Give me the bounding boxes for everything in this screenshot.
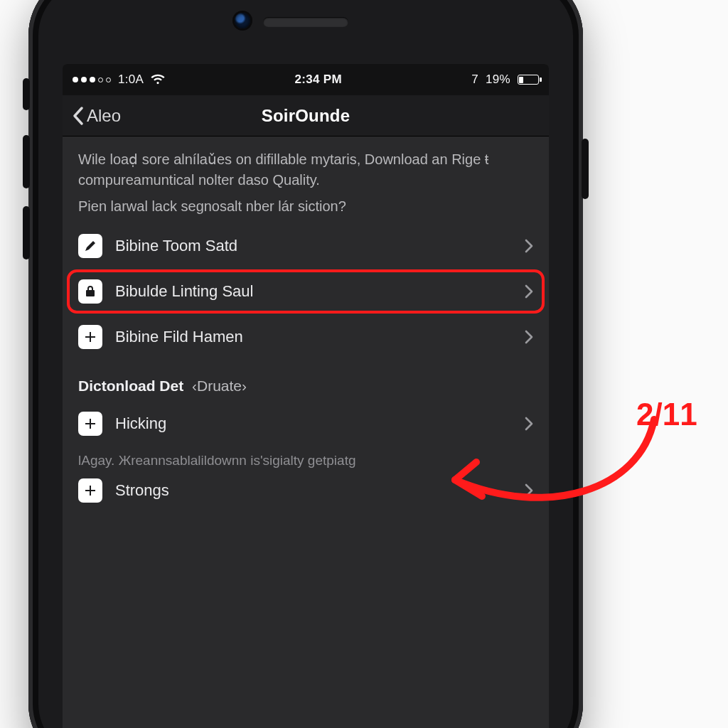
lock-icon (78, 279, 102, 304)
list-item[interactable]: Bibine Fild Hamen (63, 315, 549, 359)
power-button (582, 139, 589, 199)
speaker-grill (263, 17, 348, 27)
clock: 2:34 PM (295, 73, 342, 87)
section-subtitle: ‹Druate› (192, 378, 247, 394)
battery-icon (518, 75, 539, 85)
chevron-left-icon (73, 107, 84, 125)
section-header: Dictonload Det ‹Druate› (63, 359, 549, 402)
phone-frame: 1:0A 2:34 PM 7 19% Aleo (28, 0, 583, 728)
chevron-right-icon (525, 330, 533, 344)
intro-line-1: Wile loaḍ sore alnílaǔes on difillable m… (78, 149, 533, 191)
volume-down-btn (23, 206, 30, 259)
battery-percent: 19% (486, 73, 510, 87)
back-button[interactable]: Aleo (68, 95, 125, 136)
plus-icon (78, 412, 102, 436)
section-title-text: Dictonload Det (78, 378, 183, 394)
list-item[interactable]: Bibine Toom Satd (63, 224, 549, 268)
intro-line-2: Pien larwal lack segnosalt nber lár sict… (78, 196, 533, 217)
annotation-arrow-icon (427, 412, 661, 533)
mute-switch (23, 78, 30, 110)
chevron-right-icon (525, 284, 533, 299)
battery-prefix: 7 (471, 73, 478, 87)
plus-icon (78, 325, 102, 349)
chevron-right-icon (525, 239, 533, 253)
carrier-label: 1:0A (118, 73, 144, 87)
status-bar: 1:0A 2:34 PM 7 19% (63, 64, 549, 95)
front-camera (235, 13, 250, 28)
intro-text: Wile loaḍ sore alnílaǔes on difillable m… (63, 149, 549, 224)
signal-dots-icon (73, 77, 111, 82)
list-item-label: Bibine Toom Satd (115, 237, 512, 255)
nav-bar: Aleo SoirOunde (63, 95, 549, 136)
list-item-label: Bibulde Linting Saul (115, 282, 512, 301)
plus-icon (78, 478, 102, 503)
pencil-icon (78, 234, 102, 258)
page-title: SoirOunde (262, 106, 350, 126)
back-label: Aleo (87, 106, 121, 126)
list-item[interactable]: Bibulde Linting Saul (67, 269, 545, 314)
list-item-label: Bibine Fild Hamen (115, 328, 512, 346)
wifi-icon (151, 74, 165, 85)
volume-up-btn (23, 135, 30, 188)
screen: 1:0A 2:34 PM 7 19% Aleo (63, 64, 549, 728)
